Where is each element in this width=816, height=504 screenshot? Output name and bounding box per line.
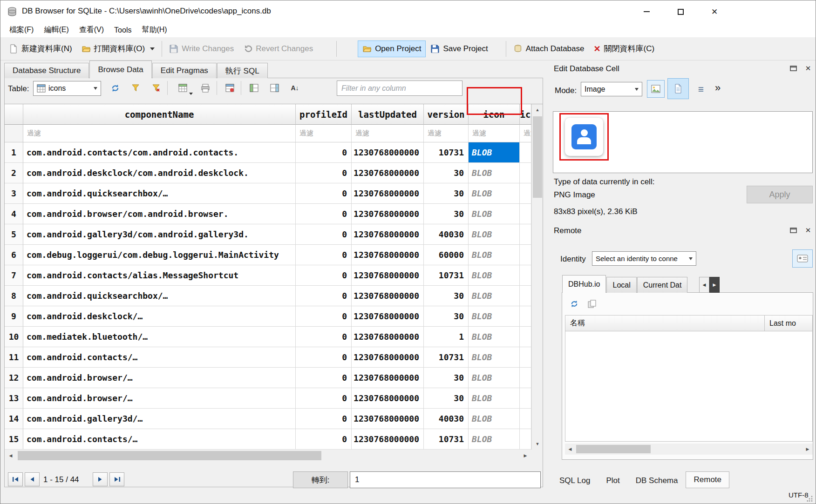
- cell-lastupdated[interactable]: 1230768000000: [352, 265, 424, 286]
- cell-version[interactable]: 30: [424, 306, 469, 327]
- cell-icon[interactable]: BLOB: [469, 163, 520, 183]
- cell-version[interactable]: 1: [424, 327, 469, 347]
- remote-column-last-modified[interactable]: Last mo: [765, 316, 812, 331]
- cell-profileid[interactable]: 0: [296, 224, 352, 245]
- scroll-left-icon[interactable]: ◀: [565, 444, 575, 455]
- row-number[interactable]: 3: [5, 183, 23, 204]
- row-number[interactable]: 4: [5, 204, 23, 224]
- row-number[interactable]: 1: [5, 142, 23, 163]
- apply-button[interactable]: Apply: [747, 186, 813, 203]
- write-changes-button[interactable]: Write Changes: [164, 40, 238, 57]
- first-page-button[interactable]: [8, 472, 23, 486]
- remote-scrollbar-thumb[interactable]: [576, 445, 651, 453]
- revert-changes-button[interactable]: Revert Changes: [238, 40, 318, 57]
- cell-componentname[interactable]: com.android.browser/…: [23, 368, 296, 388]
- cell-lastupdated[interactable]: 1230768000000: [352, 388, 424, 409]
- filter-button[interactable]: [127, 80, 144, 96]
- cell-profileid[interactable]: 0: [296, 327, 352, 347]
- cell-profileid[interactable]: 0: [296, 429, 352, 450]
- print-button[interactable]: [197, 80, 214, 96]
- cell-icon[interactable]: BLOB: [469, 183, 520, 204]
- tab-edit-pragmas[interactable]: Edit Pragmas: [152, 63, 217, 78]
- cell-version[interactable]: 30: [424, 204, 469, 224]
- cell-ic[interactable]: [520, 347, 531, 368]
- cell-ic[interactable]: [520, 286, 531, 306]
- cell-componentname[interactable]: com.android.browser/com.android.browser.: [23, 204, 296, 224]
- table-selector[interactable]: icons: [33, 81, 101, 96]
- cell-icon[interactable]: BLOB: [469, 409, 520, 429]
- tab-scroll-right-button[interactable]: ▶: [709, 277, 720, 293]
- menu-item-tools[interactable]: Tools: [109, 23, 136, 37]
- column-header-lastupdated[interactable]: lastUpdated: [352, 104, 424, 125]
- last-page-button[interactable]: [109, 472, 124, 486]
- next-page-button[interactable]: [93, 472, 108, 486]
- cell-componentname[interactable]: com.android.contacts/…: [23, 347, 296, 368]
- cell-version[interactable]: 40030: [424, 224, 469, 245]
- cell-lastupdated[interactable]: 1230768000000: [352, 306, 424, 327]
- cell-lastupdated[interactable]: 1230768000000: [352, 163, 424, 183]
- cell-profileid[interactable]: 0: [296, 265, 352, 286]
- cell-lastupdated[interactable]: 1230768000000: [352, 224, 424, 245]
- filter-input-componentname[interactable]: 過濾: [23, 125, 296, 142]
- cell-ic[interactable]: [520, 306, 531, 327]
- panel-overflow-button[interactable]: »: [715, 82, 721, 94]
- cell-version[interactable]: 60000: [424, 245, 469, 265]
- scroll-right-icon[interactable]: ▶: [802, 444, 813, 455]
- cell-version[interactable]: 10731: [424, 429, 469, 450]
- save-table-dropdown-icon[interactable]: [189, 93, 193, 95]
- cell-version[interactable]: 10731: [424, 142, 469, 163]
- cell-profileid[interactable]: 0: [296, 163, 352, 183]
- sort-button[interactable]: A↓: [286, 80, 303, 96]
- grid-vertical-scrollbar[interactable]: ▲ ▼: [531, 104, 543, 450]
- cell-icon[interactable]: BLOB: [469, 306, 520, 327]
- filter-input-ic[interactable]: 過濾: [520, 125, 531, 142]
- save-project-button[interactable]: Save Project: [426, 40, 492, 57]
- cell-lastupdated[interactable]: 1230768000000: [352, 347, 424, 368]
- row-number[interactable]: 11: [5, 347, 23, 368]
- cell-lastupdated[interactable]: 1230768000000: [352, 327, 424, 347]
- row-number[interactable]: 12: [5, 368, 23, 388]
- scroll-down-icon[interactable]: ▼: [532, 438, 543, 450]
- remote-tab-dbhub-io[interactable]: DBHub.io: [562, 275, 606, 293]
- filter-input-lastupdated[interactable]: 過濾: [352, 125, 424, 142]
- bottom-tab-plot[interactable]: Plot: [598, 473, 627, 488]
- cell-componentname[interactable]: com.mediatek.bluetooth/…: [23, 327, 296, 347]
- menu-item-h[interactable]: 幫助(H): [136, 23, 172, 37]
- cell-ic[interactable]: [520, 224, 531, 245]
- cell-icon[interactable]: BLOB: [469, 286, 520, 306]
- cell-lastupdated[interactable]: 1230768000000: [352, 429, 424, 450]
- menu-item-f[interactable]: 檔案(F): [4, 23, 39, 37]
- remote-tab-local[interactable]: Local: [606, 277, 636, 293]
- cell-ic[interactable]: [520, 183, 531, 204]
- cell-version[interactable]: 30: [424, 183, 469, 204]
- close-button[interactable]: ✕: [703, 4, 726, 20]
- cell-ic[interactable]: [520, 327, 531, 347]
- cell-componentname[interactable]: com.android.deskclock/…: [23, 306, 296, 327]
- row-number[interactable]: 10: [5, 327, 23, 347]
- cell-version[interactable]: 30: [424, 286, 469, 306]
- cell-profileid[interactable]: 0: [296, 368, 352, 388]
- clear-filter-button[interactable]: [148, 80, 164, 96]
- cell-lastupdated[interactable]: 1230768000000: [352, 142, 424, 163]
- tab-database-structure[interactable]: Database Structure: [4, 63, 89, 78]
- menu-item-e[interactable]: 編輯(E): [39, 23, 74, 37]
- cell-ic[interactable]: [520, 142, 531, 163]
- cell-icon[interactable]: BLOB: [469, 142, 520, 163]
- cell-profileid[interactable]: 0: [296, 204, 352, 224]
- cell-profileid[interactable]: 0: [296, 409, 352, 429]
- save-table-button[interactable]: [172, 80, 193, 96]
- cell-ic[interactable]: [520, 204, 531, 224]
- row-number[interactable]: 6: [5, 245, 23, 265]
- remote-tab-current-dat[interactable]: Current Dat: [637, 277, 688, 293]
- cell-lastupdated[interactable]: 1230768000000: [352, 368, 424, 388]
- cell-componentname[interactable]: com.android.deskclock/com.android.deskcl…: [23, 163, 296, 183]
- tab-execute-sql[interactable]: 執行 SQL: [217, 63, 268, 78]
- row-number[interactable]: 13: [5, 388, 23, 409]
- import-image-button[interactable]: [647, 80, 665, 98]
- cell-version[interactable]: 30: [424, 388, 469, 409]
- remote-column-name[interactable]: 名稱: [565, 316, 765, 331]
- cell-profileid[interactable]: 0: [296, 245, 352, 265]
- close-panel-button[interactable]: ✕: [802, 63, 814, 74]
- cell-lastupdated[interactable]: 1230768000000: [352, 286, 424, 306]
- cell-ic[interactable]: [520, 429, 531, 450]
